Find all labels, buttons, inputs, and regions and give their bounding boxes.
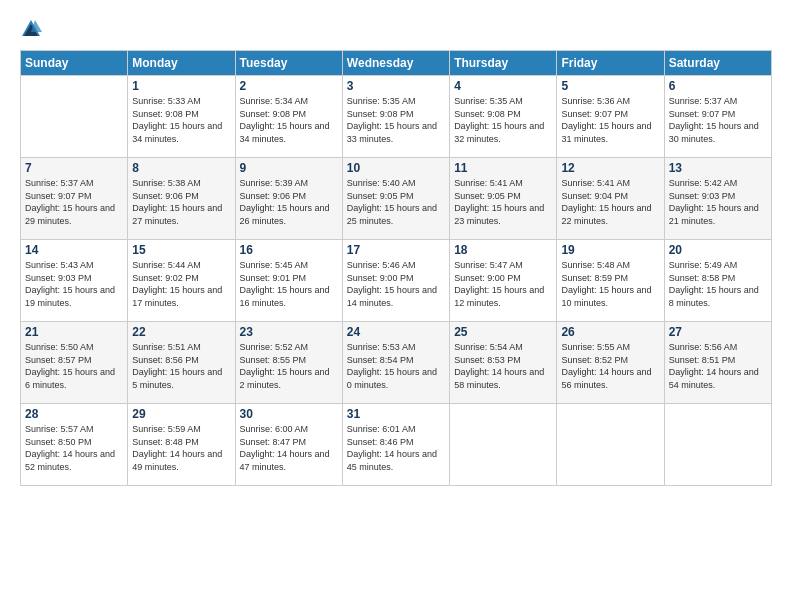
calendar-cell: 26Sunrise: 5:55 AMSunset: 8:52 PMDayligh… — [557, 322, 664, 404]
page: SundayMondayTuesdayWednesdayThursdayFrid… — [0, 0, 792, 612]
day-info: Sunrise: 5:39 AMSunset: 9:06 PMDaylight:… — [240, 177, 338, 227]
day-info: Sunrise: 5:54 AMSunset: 8:53 PMDaylight:… — [454, 341, 552, 391]
day-number: 3 — [347, 79, 445, 93]
day-info: Sunrise: 5:37 AMSunset: 9:07 PMDaylight:… — [669, 95, 767, 145]
calendar-cell — [21, 76, 128, 158]
day-number: 8 — [132, 161, 230, 175]
day-number: 5 — [561, 79, 659, 93]
day-number: 26 — [561, 325, 659, 339]
day-info: Sunrise: 5:47 AMSunset: 9:00 PMDaylight:… — [454, 259, 552, 309]
day-number: 25 — [454, 325, 552, 339]
calendar-cell: 6Sunrise: 5:37 AMSunset: 9:07 PMDaylight… — [664, 76, 771, 158]
calendar-cell: 19Sunrise: 5:48 AMSunset: 8:59 PMDayligh… — [557, 240, 664, 322]
day-number: 20 — [669, 243, 767, 257]
day-info: Sunrise: 5:50 AMSunset: 8:57 PMDaylight:… — [25, 341, 123, 391]
day-number: 10 — [347, 161, 445, 175]
calendar-cell: 25Sunrise: 5:54 AMSunset: 8:53 PMDayligh… — [450, 322, 557, 404]
calendar-cell: 23Sunrise: 5:52 AMSunset: 8:55 PMDayligh… — [235, 322, 342, 404]
day-number: 30 — [240, 407, 338, 421]
calendar-cell: 17Sunrise: 5:46 AMSunset: 9:00 PMDayligh… — [342, 240, 449, 322]
day-info: Sunrise: 5:38 AMSunset: 9:06 PMDaylight:… — [132, 177, 230, 227]
day-number: 28 — [25, 407, 123, 421]
day-number: 27 — [669, 325, 767, 339]
day-info: Sunrise: 5:53 AMSunset: 8:54 PMDaylight:… — [347, 341, 445, 391]
calendar-cell: 27Sunrise: 5:56 AMSunset: 8:51 PMDayligh… — [664, 322, 771, 404]
day-info: Sunrise: 5:51 AMSunset: 8:56 PMDaylight:… — [132, 341, 230, 391]
day-info: Sunrise: 5:43 AMSunset: 9:03 PMDaylight:… — [25, 259, 123, 309]
calendar-cell — [664, 404, 771, 486]
calendar-cell: 30Sunrise: 6:00 AMSunset: 8:47 PMDayligh… — [235, 404, 342, 486]
calendar-cell: 15Sunrise: 5:44 AMSunset: 9:02 PMDayligh… — [128, 240, 235, 322]
logo-icon — [20, 18, 42, 40]
day-info: Sunrise: 5:48 AMSunset: 8:59 PMDaylight:… — [561, 259, 659, 309]
calendar-cell: 13Sunrise: 5:42 AMSunset: 9:03 PMDayligh… — [664, 158, 771, 240]
day-info: Sunrise: 5:44 AMSunset: 9:02 PMDaylight:… — [132, 259, 230, 309]
week-row-4: 21Sunrise: 5:50 AMSunset: 8:57 PMDayligh… — [21, 322, 772, 404]
header-day-friday: Friday — [557, 51, 664, 76]
day-number: 31 — [347, 407, 445, 421]
day-number: 16 — [240, 243, 338, 257]
calendar-cell: 1Sunrise: 5:33 AMSunset: 9:08 PMDaylight… — [128, 76, 235, 158]
calendar-cell: 11Sunrise: 5:41 AMSunset: 9:05 PMDayligh… — [450, 158, 557, 240]
header-day-sunday: Sunday — [21, 51, 128, 76]
day-number: 14 — [25, 243, 123, 257]
calendar-cell: 2Sunrise: 5:34 AMSunset: 9:08 PMDaylight… — [235, 76, 342, 158]
day-info: Sunrise: 5:41 AMSunset: 9:05 PMDaylight:… — [454, 177, 552, 227]
day-number: 18 — [454, 243, 552, 257]
day-number: 22 — [132, 325, 230, 339]
day-number: 12 — [561, 161, 659, 175]
day-info: Sunrise: 5:49 AMSunset: 8:58 PMDaylight:… — [669, 259, 767, 309]
day-number: 9 — [240, 161, 338, 175]
header-day-tuesday: Tuesday — [235, 51, 342, 76]
calendar-cell: 22Sunrise: 5:51 AMSunset: 8:56 PMDayligh… — [128, 322, 235, 404]
day-info: Sunrise: 5:41 AMSunset: 9:04 PMDaylight:… — [561, 177, 659, 227]
day-info: Sunrise: 6:00 AMSunset: 8:47 PMDaylight:… — [240, 423, 338, 473]
header-row: SundayMondayTuesdayWednesdayThursdayFrid… — [21, 51, 772, 76]
day-number: 13 — [669, 161, 767, 175]
calendar-cell: 16Sunrise: 5:45 AMSunset: 9:01 PMDayligh… — [235, 240, 342, 322]
calendar-cell: 9Sunrise: 5:39 AMSunset: 9:06 PMDaylight… — [235, 158, 342, 240]
day-info: Sunrise: 5:45 AMSunset: 9:01 PMDaylight:… — [240, 259, 338, 309]
calendar-cell: 7Sunrise: 5:37 AMSunset: 9:07 PMDaylight… — [21, 158, 128, 240]
header-day-saturday: Saturday — [664, 51, 771, 76]
calendar-cell: 29Sunrise: 5:59 AMSunset: 8:48 PMDayligh… — [128, 404, 235, 486]
calendar-cell: 28Sunrise: 5:57 AMSunset: 8:50 PMDayligh… — [21, 404, 128, 486]
header-day-wednesday: Wednesday — [342, 51, 449, 76]
day-number: 24 — [347, 325, 445, 339]
day-number: 7 — [25, 161, 123, 175]
calendar-cell: 4Sunrise: 5:35 AMSunset: 9:08 PMDaylight… — [450, 76, 557, 158]
calendar-cell — [557, 404, 664, 486]
day-number: 15 — [132, 243, 230, 257]
header-day-monday: Monday — [128, 51, 235, 76]
calendar-cell: 5Sunrise: 5:36 AMSunset: 9:07 PMDaylight… — [557, 76, 664, 158]
day-info: Sunrise: 6:01 AMSunset: 8:46 PMDaylight:… — [347, 423, 445, 473]
calendar-cell: 24Sunrise: 5:53 AMSunset: 8:54 PMDayligh… — [342, 322, 449, 404]
week-row-1: 1Sunrise: 5:33 AMSunset: 9:08 PMDaylight… — [21, 76, 772, 158]
calendar-cell: 31Sunrise: 6:01 AMSunset: 8:46 PMDayligh… — [342, 404, 449, 486]
header-day-thursday: Thursday — [450, 51, 557, 76]
day-number: 4 — [454, 79, 552, 93]
day-info: Sunrise: 5:33 AMSunset: 9:08 PMDaylight:… — [132, 95, 230, 145]
day-info: Sunrise: 5:35 AMSunset: 9:08 PMDaylight:… — [454, 95, 552, 145]
day-info: Sunrise: 5:42 AMSunset: 9:03 PMDaylight:… — [669, 177, 767, 227]
day-number: 6 — [669, 79, 767, 93]
day-info: Sunrise: 5:34 AMSunset: 9:08 PMDaylight:… — [240, 95, 338, 145]
day-info: Sunrise: 5:57 AMSunset: 8:50 PMDaylight:… — [25, 423, 123, 473]
calendar-cell: 21Sunrise: 5:50 AMSunset: 8:57 PMDayligh… — [21, 322, 128, 404]
day-info: Sunrise: 5:46 AMSunset: 9:00 PMDaylight:… — [347, 259, 445, 309]
calendar-cell: 18Sunrise: 5:47 AMSunset: 9:00 PMDayligh… — [450, 240, 557, 322]
header — [20, 16, 772, 40]
day-info: Sunrise: 5:59 AMSunset: 8:48 PMDaylight:… — [132, 423, 230, 473]
week-row-5: 28Sunrise: 5:57 AMSunset: 8:50 PMDayligh… — [21, 404, 772, 486]
calendar-table: SundayMondayTuesdayWednesdayThursdayFrid… — [20, 50, 772, 486]
logo — [20, 16, 46, 40]
calendar-cell: 12Sunrise: 5:41 AMSunset: 9:04 PMDayligh… — [557, 158, 664, 240]
day-info: Sunrise: 5:36 AMSunset: 9:07 PMDaylight:… — [561, 95, 659, 145]
calendar-cell — [450, 404, 557, 486]
calendar-cell: 3Sunrise: 5:35 AMSunset: 9:08 PMDaylight… — [342, 76, 449, 158]
day-number: 21 — [25, 325, 123, 339]
calendar-cell: 20Sunrise: 5:49 AMSunset: 8:58 PMDayligh… — [664, 240, 771, 322]
calendar-cell: 8Sunrise: 5:38 AMSunset: 9:06 PMDaylight… — [128, 158, 235, 240]
day-info: Sunrise: 5:52 AMSunset: 8:55 PMDaylight:… — [240, 341, 338, 391]
calendar-body: 1Sunrise: 5:33 AMSunset: 9:08 PMDaylight… — [21, 76, 772, 486]
